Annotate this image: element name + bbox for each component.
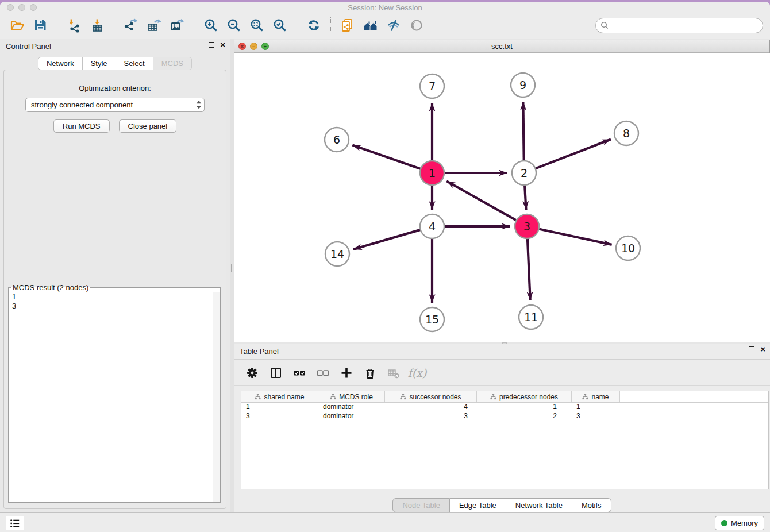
edge-3-11[interactable]	[528, 238, 530, 300]
duplicate-network-icon	[340, 18, 355, 33]
select-all-button[interactable]	[292, 366, 306, 380]
delete-table-button[interactable]	[387, 366, 401, 380]
optimization-criterion-label: Optimization criterion:	[4, 84, 226, 92]
float-table-panel-icon[interactable]	[749, 346, 754, 352]
hide-graphics-details-button[interactable]	[385, 17, 402, 34]
cell-shared-name[interactable]: 1	[241, 403, 318, 412]
cell-successor-nodes[interactable]: 4	[385, 403, 477, 412]
zoom-fit-button[interactable]	[248, 17, 265, 34]
dropdown-stepper-icon	[194, 100, 204, 110]
apply-function-button[interactable]: f(x)	[410, 366, 424, 380]
cell-predecessor-nodes[interactable]: 2	[477, 412, 572, 421]
tab-node-table[interactable]: Node Table	[392, 498, 450, 512]
main-toolbar	[0, 14, 770, 37]
column-header-name[interactable]: name	[572, 391, 620, 402]
cell-name[interactable]: 3	[572, 412, 620, 421]
refresh-icon	[306, 18, 321, 33]
gear-icon	[246, 367, 259, 379]
cell-predecessor-nodes[interactable]: 1	[477, 403, 572, 412]
status-bar: Memory	[0, 512, 770, 532]
run-mcds-button[interactable]: Run MCDS	[53, 119, 110, 133]
open-session-button[interactable]	[9, 17, 26, 34]
cell-name[interactable]: 1	[572, 403, 620, 412]
column-label: shared name	[264, 393, 304, 401]
tab-select[interactable]: Select	[116, 57, 153, 70]
column-header-predecessor-nodes[interactable]: predecessor nodes	[477, 391, 572, 402]
edge-2-3[interactable]	[525, 185, 526, 210]
table-body: 1dominator4113dominator323	[241, 403, 768, 421]
close-window-button[interactable]	[7, 4, 14, 11]
cell-successor-nodes[interactable]: 3	[385, 412, 477, 421]
export-image-button[interactable]	[168, 17, 186, 34]
close-panel-button[interactable]: Close panel	[119, 119, 177, 133]
memory-button[interactable]: Memory	[715, 516, 764, 530]
column-header-shared-name[interactable]: shared name	[241, 391, 318, 402]
control-panel-tabs: NetworkStyleSelectMCDS	[0, 57, 230, 70]
column-type-icon	[490, 394, 496, 400]
tab-edge-table[interactable]: Edge Table	[450, 498, 506, 512]
minimize-window-button[interactable]	[18, 4, 25, 11]
import-table-button[interactable]	[88, 17, 106, 34]
selected-criterion: strongly connected component	[26, 101, 194, 109]
deselect-all-button[interactable]	[316, 366, 330, 380]
zoom-selected-button[interactable]	[271, 17, 288, 34]
split-panel-button[interactable]	[269, 366, 283, 380]
zoom-out-button[interactable]	[225, 17, 242, 34]
close-panel-icon[interactable]: ×	[220, 42, 225, 48]
duplicate-network-button[interactable]	[339, 17, 356, 34]
search-input[interactable]	[595, 18, 763, 33]
app-window: Session: New Session Control	[0, 2, 770, 532]
graph-canvas[interactable]: 7968124314101511	[234, 53, 770, 342]
zoom-in-button[interactable]	[202, 17, 220, 34]
tab-motifs[interactable]: Motifs	[572, 498, 611, 512]
export-network-icon	[124, 18, 138, 33]
node-label-10: 10	[621, 242, 635, 255]
vertical-splitter[interactable]	[230, 39, 234, 512]
close-table-panel-icon[interactable]: ×	[760, 346, 765, 352]
edge-4-14[interactable]	[353, 230, 421, 249]
table-panel: Table Panel × f(x) s	[234, 344, 770, 512]
houses-icon	[363, 18, 378, 33]
column-header-MCDS-role[interactable]: MCDS role	[318, 391, 385, 402]
tab-network-table[interactable]: Network Table	[506, 498, 572, 512]
import-network-button[interactable]	[66, 17, 83, 34]
network-window-titlebar[interactable]: × − + scc.txt	[234, 40, 769, 53]
column-label: successor nodes	[409, 393, 461, 401]
result-scrollbar[interactable]	[213, 292, 220, 502]
edge-3-10[interactable]	[539, 229, 612, 244]
home-button[interactable]	[362, 17, 379, 34]
eye-icon	[409, 18, 424, 33]
cell-shared-name[interactable]: 3	[241, 412, 318, 421]
export-network-button[interactable]	[122, 17, 140, 34]
edge-3-1[interactable]	[446, 181, 516, 220]
network-close-button[interactable]: ×	[238, 43, 246, 50]
node-label-15: 15	[425, 313, 439, 326]
show-graphics-details-button[interactable]	[408, 17, 425, 34]
column-header-successor-nodes[interactable]: successor nodes	[385, 391, 477, 402]
table-header-row: shared nameMCDS rolesuccessor nodesprede…	[241, 391, 768, 403]
column-type-icon	[582, 394, 588, 400]
network-minimize-button[interactable]: −	[250, 43, 257, 50]
task-history-button[interactable]	[6, 516, 24, 530]
cell-MCDS-role[interactable]: dominator	[318, 403, 385, 412]
edge-2-8[interactable]	[536, 139, 611, 168]
optimization-criterion-select[interactable]: strongly connected component	[25, 98, 205, 112]
network-maximize-button[interactable]: +	[261, 43, 269, 50]
tab-mcds[interactable]: MCDS	[153, 57, 192, 70]
tab-network[interactable]: Network	[38, 57, 83, 70]
tab-style[interactable]: Style	[83, 57, 116, 70]
trash-icon	[364, 367, 376, 379]
table-row-1[interactable]: 1dominator411	[241, 403, 768, 412]
export-table-button[interactable]	[145, 17, 163, 34]
float-panel-icon[interactable]	[209, 42, 214, 48]
save-session-button[interactable]	[32, 17, 49, 34]
delete-column-button[interactable]	[363, 366, 377, 380]
table-row-2[interactable]: 3dominator323	[241, 412, 768, 421]
add-column-button[interactable]	[340, 366, 353, 380]
cell-MCDS-role[interactable]: dominator	[318, 412, 385, 421]
apply-layout-button[interactable]	[305, 17, 322, 34]
edge-1-6[interactable]	[352, 145, 421, 169]
maximize-window-button[interactable]	[30, 4, 37, 11]
edge-2-9[interactable]	[523, 102, 523, 161]
table-settings-button[interactable]	[245, 366, 259, 380]
